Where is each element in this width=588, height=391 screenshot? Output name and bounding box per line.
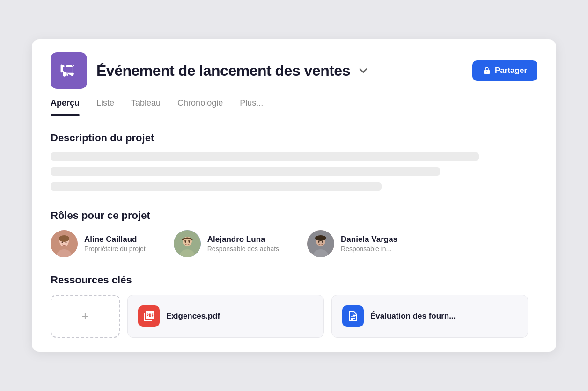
pdf-icon-wrapper [138,305,160,327]
resources-list: + Exigences.pdf [51,295,537,338]
roles-list: Aline Caillaud Propriétaire du projet [51,230,537,257]
avatar [51,230,78,257]
document-icon [347,310,359,322]
tab-apercu[interactable]: Aperçu [51,98,80,115]
role-name: Alejandro Luna [207,235,279,244]
role-info: Aline Caillaud Propriétaire du projet [84,235,146,253]
project-card: Événement de lancement des ventes Partag… [32,39,556,352]
project-title: Événement de lancement des ventes [96,62,350,80]
description-section: Description du projet [51,132,537,191]
list-item[interactable]: Évaluation des fourn... [331,295,528,338]
resources-section: Ressources clés + Exigences.pdf [51,274,537,338]
svg-point-12 [184,240,186,241]
roles-title: Rôles pour ce projet [51,210,537,222]
avatar [307,230,334,257]
avatar-alejandro-image [174,230,201,257]
main-content: Description du projet Rôles pour ce proj… [32,115,556,352]
project-header: Événement de lancement des ventes Partag… [32,39,556,89]
skeleton-line-2 [51,167,440,176]
role-label: Propriétaire du projet [84,245,146,253]
description-skeleton [51,152,537,191]
role-label: Responsable in... [341,245,397,253]
megaphone-icon [60,62,78,80]
tab-bar: Aperçu Liste Tableau Chronologie Plus... [32,89,556,115]
share-button[interactable]: Partager [472,60,537,81]
list-item[interactable]: Exigences.pdf [127,295,324,338]
resources-title: Ressources clés [51,274,537,286]
role-info: Daniela Vargas Responsable in... [341,235,397,253]
tab-chronologie[interactable]: Chronologie [177,98,223,115]
svg-point-10 [184,241,186,243]
add-icon: + [81,310,89,323]
list-item: Daniela Vargas Responsable in... [307,230,397,257]
skeleton-line-3 [51,182,382,191]
svg-point-18 [322,241,323,243]
resource-name: Exigences.pdf [166,311,220,321]
add-resource-button[interactable]: + [51,295,120,338]
project-icon [51,52,87,89]
share-button-label: Partager [495,66,527,75]
svg-point-17 [318,241,320,243]
role-info: Alejandro Luna Responsable des achats [207,235,279,253]
tab-plus[interactable]: Plus... [240,98,263,115]
list-item: Alejandro Luna Responsable des achats [174,230,279,257]
resource-name: Évaluation des fourn... [370,311,456,321]
title-dropdown-button[interactable] [357,64,370,77]
avatar-aline-image [51,230,78,257]
avatar [174,230,201,257]
svg-point-6 [59,235,69,242]
skeleton-line-1 [51,152,479,161]
description-title: Description du projet [51,132,537,144]
role-label: Responsable des achats [207,245,279,253]
list-item: Aline Caillaud Propriétaire du projet [51,230,146,257]
tab-tableau[interactable]: Tableau [131,98,161,115]
avatar-daniela-image [307,230,334,257]
title-area: Événement de lancement des ventes [96,62,463,80]
role-name: Aline Caillaud [84,235,146,244]
lock-icon [483,66,491,75]
doc-icon-wrapper [342,305,364,327]
svg-point-11 [188,241,190,243]
roles-section: Rôles pour ce projet [51,210,537,257]
svg-point-13 [188,240,190,241]
tab-liste[interactable]: Liste [96,98,114,115]
pdf-icon [143,310,155,322]
role-name: Daniela Vargas [341,235,397,244]
